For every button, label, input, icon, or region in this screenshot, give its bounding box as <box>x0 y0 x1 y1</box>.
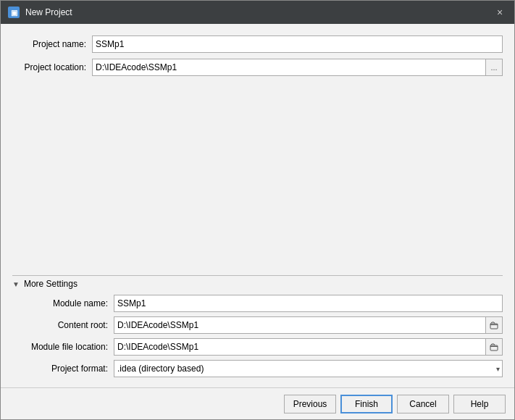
more-settings-section: ▼ More Settings Module name: Content roo… <box>12 275 503 382</box>
title-bar-left: ▣ New Project <box>8 7 72 18</box>
project-format-row: Project format: .idea (directory based) … <box>12 360 503 377</box>
cancel-button[interactable]: Cancel <box>397 395 449 413</box>
more-settings-header[interactable]: ▼ More Settings <box>12 279 503 289</box>
previous-button[interactable]: Previous <box>284 395 336 413</box>
content-root-browse-button[interactable] <box>485 316 503 334</box>
project-location-input-group: ... <box>92 59 503 76</box>
content-root-input-group <box>114 316 503 334</box>
module-name-row: Module name: <box>12 295 503 312</box>
module-file-location-label: Module file location: <box>12 342 114 352</box>
module-file-location-input[interactable] <box>114 338 485 356</box>
content-root-label: Content root: <box>12 320 114 330</box>
finish-button[interactable]: Finish <box>340 395 393 413</box>
project-name-label: Project name: <box>12 39 92 49</box>
module-name-label: Module name: <box>12 298 114 308</box>
project-format-label: Project format: <box>12 364 114 374</box>
app-icon: ▣ <box>8 7 20 18</box>
title-bar: ▣ New Project × <box>1 1 514 24</box>
more-settings-label: More Settings <box>24 279 78 289</box>
more-settings-content: Module name: Content root: <box>12 295 503 382</box>
project-format-select[interactable]: .idea (directory based) Eclipse (.classp… <box>114 360 503 377</box>
help-button[interactable]: Help <box>453 395 506 413</box>
project-location-browse-button[interactable]: ... <box>485 59 503 76</box>
body-spacer <box>12 82 503 269</box>
project-location-label: Project location: <box>12 62 92 72</box>
new-project-dialog: ▣ New Project × Project name: Project lo… <box>0 0 515 420</box>
dialog-body: Project name: Project location: ... ▼ Mo… <box>1 24 514 387</box>
dialog-footer: Previous Finish Cancel Help <box>1 387 514 419</box>
project-location-row: Project location: ... <box>12 59 503 76</box>
project-format-dropdown-wrapper: .idea (directory based) Eclipse (.classp… <box>114 360 503 377</box>
module-file-location-input-group <box>114 338 503 356</box>
close-button[interactable]: × <box>493 5 507 20</box>
collapse-arrow-icon: ▼ <box>12 280 20 288</box>
project-name-row: Project name: <box>12 35 503 53</box>
project-location-input[interactable] <box>92 59 485 76</box>
content-root-input[interactable] <box>114 316 485 334</box>
dialog-title: New Project <box>25 7 72 17</box>
project-name-input[interactable] <box>92 35 503 53</box>
module-file-location-row: Module file location: <box>12 338 503 356</box>
content-root-row: Content root: <box>12 316 503 334</box>
module-name-input[interactable] <box>114 295 503 312</box>
module-file-location-browse-button[interactable] <box>485 338 503 356</box>
